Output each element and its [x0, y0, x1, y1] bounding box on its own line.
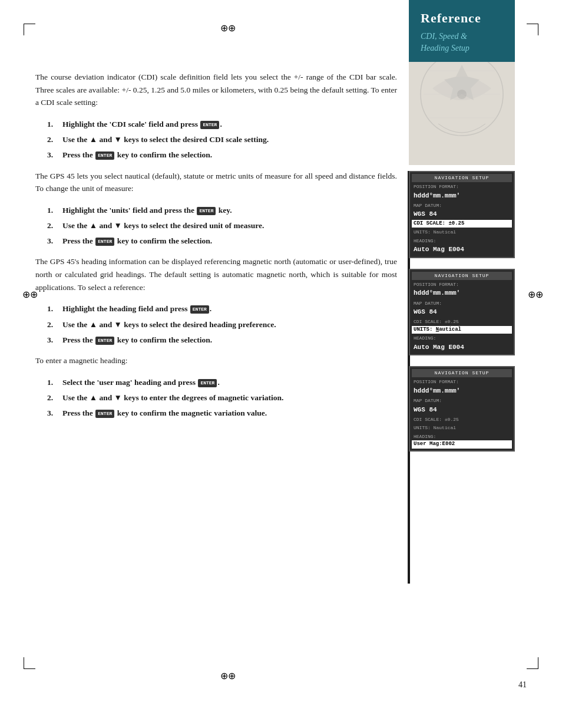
enter-button-icon-4: ENTER — [95, 238, 114, 246]
gps2-units-row: UNITS: Nautical — [412, 326, 512, 334]
units-step-1: 1. Highlight the 'units' field and press… — [47, 205, 397, 216]
gps3-heading-label: HEADING: — [412, 432, 512, 440]
gps-screen-1: NAVIGATION SETUP POSITION FORMAT: hddd°m… — [409, 171, 515, 258]
gps3-units-row: UNITS: Nautical — [412, 423, 512, 431]
gps1-pos-value: hddd°mm.mmm' — [412, 191, 512, 201]
heading-step1-text: Highlight the heading field and press EN… — [62, 303, 397, 315]
units-step2-text: Use the ▲ and ▼ keys to select the desir… — [62, 220, 397, 232]
heading-step3-text: Press the ENTER key to confirm the selec… — [62, 334, 397, 346]
corner-mark-br — [527, 657, 538, 669]
units-steps-list: 1. Highlight the 'units' field and press… — [47, 205, 397, 248]
mag-step-1: 1. Select the 'user mag' heading and pre… — [47, 377, 397, 388]
gps1-datum-value: WGS 84 — [412, 209, 512, 219]
gps-screens-container: NAVIGATION SETUP POSITION FORMAT: hddd°m… — [409, 171, 515, 452]
units-step1-text: Highlight the 'units' field and press th… — [62, 205, 397, 216]
units-step1-num: 1. — [47, 205, 59, 216]
gps3-datum-value: WGS 84 — [412, 405, 512, 415]
heading-step3-num: 3. — [47, 334, 59, 346]
cdi-step2-num: 2. — [47, 134, 59, 146]
mag-step-2: 2. Use the ▲ and ▼ keys to enter the deg… — [47, 392, 397, 404]
enter-button-icon-2: ENTER — [95, 151, 114, 160]
gps3-pos-label: POSITION FORMAT: — [412, 377, 512, 386]
reference-title: Reference — [421, 11, 503, 26]
enter-button-icon-5: ENTER — [190, 305, 209, 314]
gps2-datum-label: MAP DATUM: — [412, 299, 512, 307]
gps2-heading-label: HEADING: — [412, 334, 512, 342]
gps-screen-2: NAVIGATION SETUP POSITION FORMAT: hddd°m… — [409, 269, 515, 356]
heading-step2-text: Use the ▲ and ▼ keys to select the desir… — [62, 319, 397, 331]
reference-header-tab: Reference CDI, Speed &Heading Setup — [409, 0, 515, 62]
crosshair-left: ⊕ — [22, 289, 34, 301]
corner-mark-bl — [24, 657, 35, 669]
mag-step2-text: Use the ▲ and ▼ keys to enter the degree… — [62, 392, 397, 404]
gps3-pos-value: hddd°mm.mmm' — [412, 386, 512, 396]
cdi-step2-text: Use the ▲ and ▼ keys to select the desir… — [62, 134, 397, 146]
cdi-step1-text: Highlight the 'CDI scale' field and pres… — [62, 118, 397, 130]
gps2-cdi-row: CDI SCALE: ±0.25 — [412, 317, 512, 325]
section-subtitle: CDI, Speed &Heading Setup — [421, 31, 503, 54]
mag-step1-text: Select the 'user mag' heading and press … — [62, 377, 397, 388]
gps1-header: NAVIGATION SETUP — [412, 174, 512, 182]
crosshair-icon-bottom: ⊕ — [228, 671, 236, 681]
subtitle-text: CDI, Speed &Heading Setup — [421, 32, 470, 52]
gps1-pos-label: POSITION FORMAT: — [412, 182, 512, 190]
corner-mark-tr — [527, 24, 538, 35]
gps2-heading-value: Auto Mag E004 — [412, 342, 512, 353]
cdi-step3-text: Press the ENTER key to confirm the selec… — [62, 149, 397, 161]
heading-step1-num: 1. — [47, 303, 59, 315]
mag-step2-num: 2. — [47, 392, 59, 404]
crosshair-right: ⊕ — [528, 289, 540, 301]
mag-step1-num: 1. — [47, 377, 59, 388]
gps1-datum-label: MAP DATUM: — [412, 201, 512, 209]
heading-intro-paragraph: The GPS 45's heading information can be … — [35, 255, 397, 294]
heading-step-3: 3. Press the ENTER key to confirm the se… — [47, 334, 397, 346]
mag-step-3: 3. Press the ENTER key to confirm the ma… — [47, 407, 397, 419]
mag-heading-intro: To enter a magnetic heading: — [35, 354, 397, 367]
heading-step2-num: 2. — [47, 319, 59, 331]
gps2-pos-value: hddd°mm.mmm' — [412, 288, 512, 298]
cdi-steps-list: 1. Highlight the 'CDI scale' field and p… — [47, 118, 397, 162]
gps2-header: NAVIGATION SETUP — [412, 272, 512, 280]
crosshair-icon-right: ⊕ — [535, 289, 543, 299]
enter-button-icon-3: ENTER — [197, 207, 216, 215]
page-number: 41 — [518, 680, 527, 690]
gps-screen-3: NAVIGATION SETUP POSITION FORMAT: hddd°m… — [409, 366, 515, 452]
units-step2-num: 2. — [47, 220, 59, 232]
units-step-3: 3. Press the ENTER key to confirm the se… — [47, 235, 397, 247]
units-step3-text: Press the ENTER key to confirm the selec… — [62, 235, 397, 247]
heading-step-2: 2. Use the ▲ and ▼ keys to select the de… — [47, 319, 397, 331]
enter-button-icon-1: ENTER — [200, 121, 219, 129]
corner-mark-tl — [24, 24, 35, 35]
gps3-header: NAVIGATION SETUP — [412, 369, 512, 377]
mag-step3-text: Press the ENTER key to confirm the magne… — [62, 407, 397, 419]
enter-button-icon-6: ENTER — [95, 337, 114, 345]
cdi-step-2: 2. Use the ▲ and ▼ keys to select the de… — [47, 134, 397, 146]
gps3-datum-label: MAP DATUM: — [412, 396, 512, 404]
cdi-intro-paragraph: The course deviation indicator (CDI) sca… — [35, 71, 397, 109]
units-step3-num: 3. — [47, 235, 59, 247]
crosshair-top: ⊕ — [220, 22, 232, 34]
gps2-pos-label: POSITION FORMAT: — [412, 280, 512, 288]
mag-step3-num: 3. — [47, 407, 59, 419]
gps3-cdi-row: CDI SCALE: ±0.25 — [412, 415, 512, 423]
gps1-heading-label: HEADING: — [412, 236, 512, 245]
crosshair-bottom: ⊕ — [220, 670, 232, 682]
gps1-heading-value: Auto Mag E004 — [412, 245, 512, 255]
heading-step-1: 1. Highlight the heading field and press… — [47, 303, 397, 315]
mag-steps-list: 1. Select the 'user mag' heading and pre… — [47, 377, 397, 420]
heading-steps-list: 1. Highlight the heading field and press… — [47, 303, 397, 346]
units-step-2: 2. Use the ▲ and ▼ keys to select the de… — [47, 220, 397, 232]
gps2-datum-value: WGS 84 — [412, 307, 512, 317]
cdi-step-3: 3. Press the ENTER key to confirm the se… — [47, 149, 397, 161]
cdi-step1-num: 1. — [47, 118, 59, 130]
units-intro-paragraph: The GPS 45 lets you select nautical (def… — [35, 170, 397, 195]
enter-button-icon-8: ENTER — [95, 410, 114, 418]
enter-button-icon-7: ENTER — [198, 379, 217, 387]
cdi-step3-num: 3. — [47, 149, 59, 161]
gps1-cdi-row: CDI SCALE: ±0.25 — [412, 220, 512, 228]
main-content-area: The course deviation indicator (CDI) sca… — [35, 71, 397, 669]
gps3-heading-value: User Mag:E002 — [412, 440, 512, 449]
gps1-units-row: UNITS: Nautical — [412, 228, 512, 236]
cdi-step-1: 1. Highlight the 'CDI scale' field and p… — [47, 118, 397, 130]
crosshair-icon: ⊕ — [228, 23, 236, 33]
